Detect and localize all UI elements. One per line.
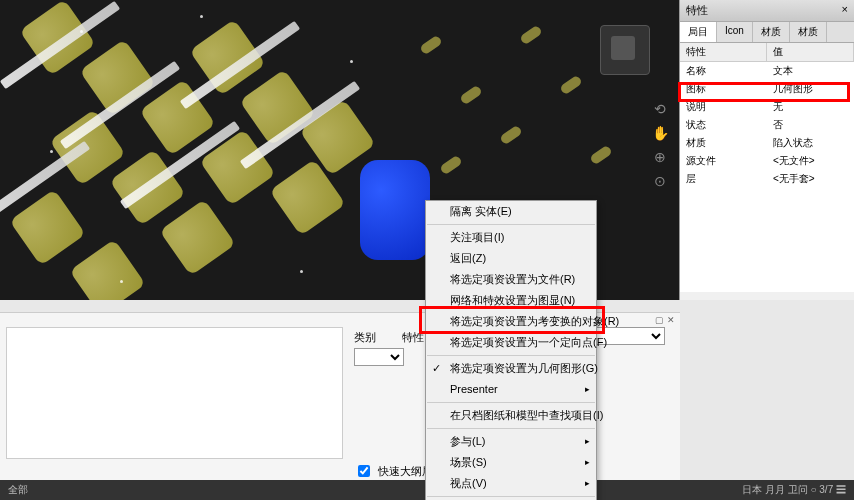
props-tab[interactable]: 材质 <box>753 22 790 42</box>
prop-row[interactable]: 图标几何图形 <box>680 80 854 98</box>
star-dot <box>200 15 203 18</box>
context-menu: 隔离 实体(E)关注项目(I)返回(Z)将选定项资设置为文件(R)网络和特效设置… <box>425 200 597 500</box>
col-property: 特性 <box>680 43 767 61</box>
prop-row[interactable]: 源文件<无文件> <box>680 152 854 170</box>
star-dot <box>350 60 353 63</box>
prop-key: 说明 <box>680 98 767 116</box>
prop-row[interactable]: 状态否 <box>680 116 854 134</box>
prop-key: 状态 <box>680 116 767 134</box>
props-tab[interactable]: Icon <box>717 22 753 42</box>
menu-item[interactable]: Presenter <box>426 379 596 400</box>
props-tabs: 局目Icon材质材质 <box>680 22 854 43</box>
prop-row[interactable]: 层<无手套> <box>680 170 854 188</box>
panel-title: 特性 <box>686 3 708 18</box>
scene-pill <box>499 125 523 146</box>
scene-geom <box>9 189 86 266</box>
scene-pill <box>589 145 613 166</box>
menu-item[interactable]: 将选定项资设置为文件(R) <box>426 269 596 290</box>
prop-value: <无文件> <box>767 152 854 170</box>
menu-item[interactable]: 参与(L) <box>426 431 596 452</box>
prop-row[interactable]: 材质陷入状态 <box>680 134 854 152</box>
menu-item[interactable]: 将选定项资设置为考变换的对象(R) <box>426 311 596 332</box>
scene-pill <box>559 75 583 96</box>
menu-item[interactable]: 在只档图纸和模型中查找项目(I) <box>426 405 596 426</box>
scene-pill <box>439 155 463 176</box>
star-dot <box>50 150 53 153</box>
menu-separator <box>427 224 595 225</box>
star-dot <box>300 270 303 273</box>
props-tab[interactable]: 局目 <box>680 22 717 42</box>
menu-item[interactable]: 返回(Z) <box>426 248 596 269</box>
prop-value: 几何图形 <box>767 80 854 98</box>
menu-item[interactable]: 网络和特效设置为图显(N) <box>426 290 596 311</box>
prop-key: 材质 <box>680 134 767 152</box>
col-value: 值 <box>767 43 854 61</box>
prop-row[interactable]: 说明无 <box>680 98 854 116</box>
focus-icon[interactable]: ⊙ <box>650 171 670 191</box>
panel-title-bar[interactable]: 特性 × <box>680 0 854 22</box>
label-type: 类别 <box>354 330 376 345</box>
properties-panel: 特性 × 局目Icon材质材质 特性 值 名称文本图标几何图形说明无状态否材质陷… <box>679 0 854 300</box>
prop-value: 无 <box>767 98 854 116</box>
scene-pill <box>519 25 543 46</box>
menu-item[interactable]: 将选定项资设置为一个定向点(F) <box>426 332 596 353</box>
close-icon[interactable]: × <box>842 3 848 18</box>
pan-icon[interactable]: ✋ <box>650 123 670 143</box>
menu-item[interactable]: 场景(S) <box>426 452 596 473</box>
menu-separator <box>427 428 595 429</box>
menu-item[interactable]: 将选定项资设置为几何图形(G) <box>426 358 596 379</box>
nav-toolbar: ⟲ ✋ ⊕ ⊙ <box>650 95 670 195</box>
star-dot <box>120 280 123 283</box>
search-results-area <box>6 327 343 459</box>
prop-key: 名称 <box>680 62 767 80</box>
checkbox-quick[interactable] <box>358 465 370 477</box>
prop-value: 陷入状态 <box>767 134 854 152</box>
props-tab[interactable]: 材质 <box>790 22 827 42</box>
selected-object[interactable] <box>360 160 430 260</box>
prop-key: 源文件 <box>680 152 767 170</box>
menu-item[interactable]: 视点(V) <box>426 473 596 494</box>
star-dot <box>80 30 83 33</box>
scene-pill <box>459 85 483 106</box>
menu-separator <box>427 402 595 403</box>
orbit-icon[interactable]: ⟲ <box>650 99 670 119</box>
viewcube[interactable] <box>600 25 650 75</box>
menu-separator <box>427 496 595 497</box>
prop-value: 文本 <box>767 62 854 80</box>
prop-value: 否 <box>767 116 854 134</box>
scene-geom <box>69 239 146 300</box>
status-left: 全部 <box>8 483 28 497</box>
zoom-icon[interactable]: ⊕ <box>650 147 670 167</box>
prop-key: 层 <box>680 170 767 188</box>
props-header: 特性 值 <box>680 43 854 62</box>
prop-row[interactable]: 名称文本 <box>680 62 854 80</box>
prop-key: 图标 <box>680 80 767 98</box>
menu-separator <box>427 355 595 356</box>
props-body: 名称文本图标几何图形说明无状态否材质陷入状态源文件<无文件>层<无手套> <box>680 62 854 292</box>
panel-controls[interactable]: ▢ ✕ <box>655 315 675 325</box>
menu-item[interactable]: 隔离 实体(E) <box>426 201 596 222</box>
menu-item[interactable]: 关注项目(I) <box>426 227 596 248</box>
prop-value: <无手套> <box>767 170 854 188</box>
type-dropdown[interactable] <box>354 348 404 366</box>
scene-geom <box>159 199 236 276</box>
label-prop: 特性 <box>402 330 424 345</box>
scene-pill <box>419 35 443 56</box>
